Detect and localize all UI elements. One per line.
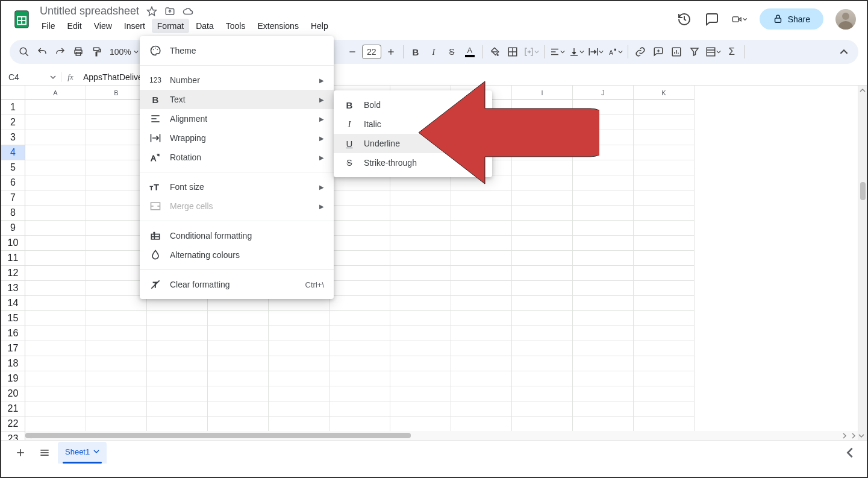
- cell[interactable]: [390, 417, 451, 432]
- cell[interactable]: [390, 341, 451, 356]
- cell[interactable]: [573, 371, 634, 386]
- row-header-16[interactable]: 16: [1, 326, 25, 341]
- link-button[interactable]: [632, 43, 649, 60]
- sheet-tab[interactable]: Sheet1: [58, 442, 107, 464]
- cell[interactable]: [634, 417, 695, 432]
- cell[interactable]: [451, 266, 512, 281]
- star-icon[interactable]: [146, 6, 157, 17]
- row-header-7[interactable]: 7: [1, 190, 25, 206]
- row-header-12[interactable]: 12: [1, 266, 25, 281]
- cell[interactable]: [25, 326, 86, 341]
- cell[interactable]: [451, 326, 512, 341]
- row-header-18[interactable]: 18: [1, 356, 25, 371]
- cell[interactable]: [329, 175, 390, 190]
- cell[interactable]: [451, 341, 512, 356]
- cell[interactable]: [25, 100, 86, 115]
- cell[interactable]: [573, 417, 634, 432]
- cell[interactable]: [451, 221, 512, 236]
- cell[interactable]: [86, 417, 147, 432]
- cell[interactable]: [390, 311, 451, 326]
- row-header-10[interactable]: 10: [1, 236, 25, 251]
- menu-edit[interactable]: Edit: [62, 19, 87, 33]
- cell[interactable]: [634, 326, 695, 341]
- cell[interactable]: [573, 356, 634, 371]
- format-alternating-colours[interactable]: Alternating colours: [140, 245, 334, 265]
- cell[interactable]: [329, 221, 390, 236]
- cell[interactable]: [634, 356, 695, 371]
- insert-chart-button[interactable]: [668, 43, 685, 60]
- cell[interactable]: [86, 236, 147, 251]
- cell[interactable]: [329, 296, 390, 311]
- doc-title[interactable]: Untitled spreadsheet: [40, 5, 139, 17]
- cell[interactable]: [634, 145, 695, 160]
- sheets-logo[interactable]: [10, 7, 34, 31]
- format-rotation[interactable]: ARotation▶: [140, 148, 334, 167]
- cell[interactable]: [329, 251, 390, 266]
- cell[interactable]: [390, 190, 451, 206]
- share-button[interactable]: Share: [760, 8, 823, 30]
- cell[interactable]: [634, 371, 695, 386]
- cell[interactable]: [25, 206, 86, 221]
- cell[interactable]: [512, 371, 573, 386]
- cell[interactable]: [634, 401, 695, 417]
- cell[interactable]: [86, 296, 147, 311]
- cell[interactable]: [329, 206, 390, 221]
- cell[interactable]: [634, 236, 695, 251]
- cell[interactable]: [25, 266, 86, 281]
- cell[interactable]: [25, 401, 86, 417]
- cell[interactable]: [25, 130, 86, 145]
- col-header-K[interactable]: K: [634, 86, 695, 100]
- menu-tools[interactable]: Tools: [220, 19, 251, 33]
- cell[interactable]: [573, 326, 634, 341]
- fill-color-button[interactable]: [486, 43, 503, 60]
- cell[interactable]: [451, 371, 512, 386]
- cell[interactable]: [329, 401, 390, 417]
- cell[interactable]: [512, 266, 573, 281]
- font-size-increase[interactable]: [382, 43, 399, 60]
- cell[interactable]: [329, 371, 390, 386]
- search-icon[interactable]: [16, 43, 33, 60]
- halign-button[interactable]: [548, 43, 566, 60]
- font-size-decrease[interactable]: [344, 43, 361, 60]
- cell[interactable]: [25, 115, 86, 130]
- comment-icon[interactable]: [704, 11, 720, 27]
- cell[interactable]: [634, 251, 695, 266]
- cell[interactable]: [25, 386, 86, 401]
- row-header-3[interactable]: 3: [1, 130, 25, 145]
- cell[interactable]: [634, 281, 695, 296]
- history-icon[interactable]: [676, 11, 692, 27]
- cell[interactable]: [86, 251, 147, 266]
- row-header-5[interactable]: 5: [1, 160, 25, 175]
- meet-icon[interactable]: [732, 11, 748, 27]
- col-header-B[interactable]: B: [86, 86, 147, 100]
- cell[interactable]: [634, 221, 695, 236]
- menu-extensions[interactable]: Extensions: [252, 19, 304, 33]
- cell[interactable]: [390, 266, 451, 281]
- format-clear-formatting[interactable]: TClear formattingCtrl+\: [140, 275, 334, 294]
- cell[interactable]: [390, 221, 451, 236]
- menu-view[interactable]: View: [89, 19, 117, 33]
- cell[interactable]: [512, 356, 573, 371]
- col-header-A[interactable]: A: [25, 86, 86, 100]
- cell[interactable]: [329, 326, 390, 341]
- cell[interactable]: [512, 386, 573, 401]
- zoom-select[interactable]: 100%: [106, 43, 142, 60]
- cell[interactable]: [86, 341, 147, 356]
- cell[interactable]: [573, 190, 634, 206]
- cell[interactable]: [512, 311, 573, 326]
- format-conditional-formatting[interactable]: Conditional formatting: [140, 226, 334, 245]
- borders-button[interactable]: [504, 43, 521, 60]
- row-header-6[interactable]: 6: [1, 175, 25, 190]
- row-header-2[interactable]: 2: [1, 115, 25, 130]
- cell[interactable]: [390, 281, 451, 296]
- cell[interactable]: [634, 266, 695, 281]
- cell[interactable]: [573, 206, 634, 221]
- cell[interactable]: [451, 417, 512, 432]
- cell[interactable]: [451, 281, 512, 296]
- cell[interactable]: [573, 221, 634, 236]
- row-header-1[interactable]: 1: [1, 100, 25, 115]
- cell[interactable]: [512, 221, 573, 236]
- explore-button[interactable]: [839, 442, 861, 464]
- cell[interactable]: [573, 341, 634, 356]
- print-icon[interactable]: [70, 43, 87, 60]
